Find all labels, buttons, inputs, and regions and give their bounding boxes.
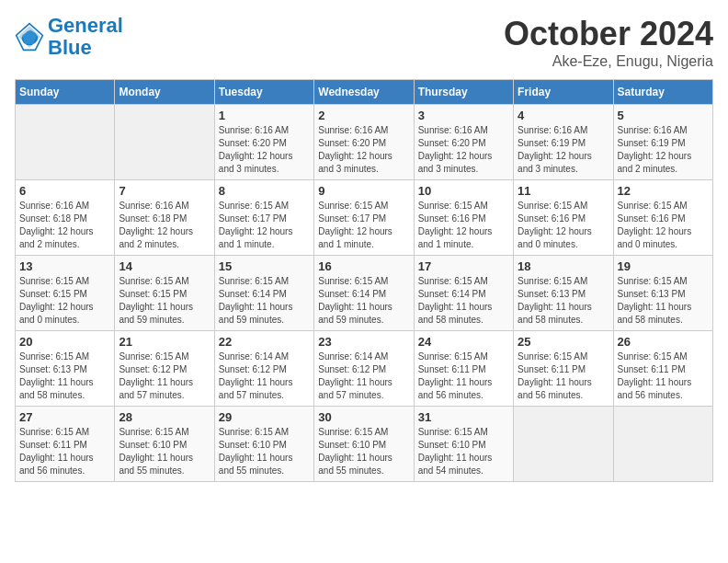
location: Ake-Eze, Enugu, Nigeria <box>504 53 713 70</box>
day-number: 20 <box>19 335 110 349</box>
day-number: 13 <box>19 259 110 273</box>
calendar-cell <box>514 407 613 482</box>
calendar-cell <box>16 105 115 180</box>
page-header: General Blue October 2024 Ake-Eze, Enugu… <box>15 15 713 70</box>
day-info: Sunrise: 6:15 AM Sunset: 6:13 PM Dayligh… <box>19 350 110 402</box>
logo-icon <box>15 22 44 52</box>
calendar-cell: 8Sunrise: 6:15 AM Sunset: 6:17 PM Daylig… <box>214 180 313 256</box>
logo-line2: Blue <box>48 36 92 59</box>
day-info: Sunrise: 6:15 AM Sunset: 6:14 PM Dayligh… <box>219 275 310 327</box>
weekday-header-friday: Friday <box>514 80 613 105</box>
day-info: Sunrise: 6:15 AM Sunset: 6:17 PM Dayligh… <box>219 200 310 251</box>
day-info: Sunrise: 6:15 AM Sunset: 6:10 PM Dayligh… <box>418 426 509 477</box>
day-info: Sunrise: 6:15 AM Sunset: 6:10 PM Dayligh… <box>219 426 310 477</box>
day-number: 22 <box>219 335 310 349</box>
day-info: Sunrise: 6:15 AM Sunset: 6:13 PM Dayligh… <box>518 275 609 327</box>
day-number: 10 <box>418 184 509 198</box>
day-number: 26 <box>618 335 709 349</box>
weekday-header-wednesday: Wednesday <box>314 80 414 105</box>
day-number: 24 <box>418 335 509 349</box>
day-info: Sunrise: 6:15 AM Sunset: 6:14 PM Dayligh… <box>418 275 509 327</box>
calendar-week-row: 27Sunrise: 6:15 AM Sunset: 6:11 PM Dayli… <box>16 407 713 482</box>
calendar-cell: 28Sunrise: 6:15 AM Sunset: 6:10 PM Dayli… <box>115 407 214 482</box>
calendar-cell: 24Sunrise: 6:15 AM Sunset: 6:11 PM Dayli… <box>414 331 513 407</box>
month-title: October 2024 <box>504 15 713 53</box>
day-info: Sunrise: 6:16 AM Sunset: 6:19 PM Dayligh… <box>518 124 609 176</box>
calendar-cell: 11Sunrise: 6:15 AM Sunset: 6:16 PM Dayli… <box>514 180 613 256</box>
calendar-cell: 30Sunrise: 6:15 AM Sunset: 6:10 PM Dayli… <box>314 407 414 482</box>
weekday-header-sunday: Sunday <box>16 80 115 105</box>
calendar-cell: 25Sunrise: 6:15 AM Sunset: 6:11 PM Dayli… <box>514 331 613 407</box>
day-number: 15 <box>219 259 310 273</box>
day-number: 8 <box>219 184 310 198</box>
calendar-cell: 5Sunrise: 6:16 AM Sunset: 6:19 PM Daylig… <box>613 105 712 180</box>
calendar-cell: 1Sunrise: 6:16 AM Sunset: 6:20 PM Daylig… <box>214 105 313 180</box>
day-info: Sunrise: 6:15 AM Sunset: 6:11 PM Dayligh… <box>618 350 709 402</box>
day-number: 1 <box>219 109 310 122</box>
day-info: Sunrise: 6:16 AM Sunset: 6:20 PM Dayligh… <box>418 124 509 176</box>
logo-line1: General <box>48 14 123 37</box>
weekday-header-tuesday: Tuesday <box>214 80 313 105</box>
day-number: 19 <box>618 259 709 273</box>
calendar-week-row: 20Sunrise: 6:15 AM Sunset: 6:13 PM Dayli… <box>16 331 713 407</box>
day-info: Sunrise: 6:15 AM Sunset: 6:11 PM Dayligh… <box>518 350 609 402</box>
calendar-week-row: 1Sunrise: 6:16 AM Sunset: 6:20 PM Daylig… <box>16 105 713 180</box>
calendar-cell: 2Sunrise: 6:16 AM Sunset: 6:20 PM Daylig… <box>314 105 414 180</box>
day-number: 21 <box>119 335 210 349</box>
day-info: Sunrise: 6:15 AM Sunset: 6:11 PM Dayligh… <box>418 350 509 402</box>
day-number: 14 <box>119 259 210 273</box>
calendar-week-row: 13Sunrise: 6:15 AM Sunset: 6:15 PM Dayli… <box>16 256 713 331</box>
calendar-cell: 19Sunrise: 6:15 AM Sunset: 6:13 PM Dayli… <box>613 256 712 331</box>
calendar-cell: 18Sunrise: 6:15 AM Sunset: 6:13 PM Dayli… <box>514 256 613 331</box>
calendar-cell: 31Sunrise: 6:15 AM Sunset: 6:10 PM Dayli… <box>414 407 513 482</box>
day-number: 16 <box>318 259 409 273</box>
day-number: 27 <box>19 410 110 424</box>
calendar-week-row: 6Sunrise: 6:16 AM Sunset: 6:18 PM Daylig… <box>16 180 713 256</box>
calendar-cell: 7Sunrise: 6:16 AM Sunset: 6:18 PM Daylig… <box>115 180 214 256</box>
calendar-cell: 10Sunrise: 6:15 AM Sunset: 6:16 PM Dayli… <box>414 180 513 256</box>
day-info: Sunrise: 6:15 AM Sunset: 6:16 PM Dayligh… <box>618 200 709 251</box>
day-number: 29 <box>219 410 310 424</box>
calendar-cell: 4Sunrise: 6:16 AM Sunset: 6:19 PM Daylig… <box>514 105 613 180</box>
calendar-cell: 9Sunrise: 6:15 AM Sunset: 6:17 PM Daylig… <box>314 180 414 256</box>
day-number: 3 <box>418 109 509 122</box>
calendar-cell: 13Sunrise: 6:15 AM Sunset: 6:15 PM Dayli… <box>16 256 115 331</box>
day-number: 23 <box>318 335 409 349</box>
calendar-cell: 29Sunrise: 6:15 AM Sunset: 6:10 PM Dayli… <box>214 407 313 482</box>
calendar-cell: 14Sunrise: 6:15 AM Sunset: 6:15 PM Dayli… <box>115 256 214 331</box>
calendar-cell: 17Sunrise: 6:15 AM Sunset: 6:14 PM Dayli… <box>414 256 513 331</box>
day-number: 2 <box>318 109 409 122</box>
logo: General Blue <box>15 15 123 59</box>
weekday-header-monday: Monday <box>115 80 214 105</box>
day-info: Sunrise: 6:16 AM Sunset: 6:19 PM Dayligh… <box>618 124 709 176</box>
weekday-header-saturday: Saturday <box>613 80 712 105</box>
day-number: 4 <box>518 109 609 122</box>
calendar-cell: 26Sunrise: 6:15 AM Sunset: 6:11 PM Dayli… <box>613 331 712 407</box>
day-info: Sunrise: 6:15 AM Sunset: 6:16 PM Dayligh… <box>418 200 509 251</box>
calendar-cell: 23Sunrise: 6:14 AM Sunset: 6:12 PM Dayli… <box>314 331 414 407</box>
day-info: Sunrise: 6:15 AM Sunset: 6:11 PM Dayligh… <box>19 426 110 477</box>
day-info: Sunrise: 6:15 AM Sunset: 6:12 PM Dayligh… <box>119 350 210 402</box>
day-info: Sunrise: 6:16 AM Sunset: 6:20 PM Dayligh… <box>219 124 310 176</box>
day-info: Sunrise: 6:16 AM Sunset: 6:18 PM Dayligh… <box>19 200 110 251</box>
calendar-cell: 21Sunrise: 6:15 AM Sunset: 6:12 PM Dayli… <box>115 331 214 407</box>
day-info: Sunrise: 6:15 AM Sunset: 6:16 PM Dayligh… <box>518 200 609 251</box>
calendar-cell: 22Sunrise: 6:14 AM Sunset: 6:12 PM Dayli… <box>214 331 313 407</box>
day-info: Sunrise: 6:15 AM Sunset: 6:10 PM Dayligh… <box>119 426 210 477</box>
calendar-cell <box>613 407 712 482</box>
day-number: 18 <box>518 259 609 273</box>
day-info: Sunrise: 6:15 AM Sunset: 6:13 PM Dayligh… <box>618 275 709 327</box>
day-info: Sunrise: 6:16 AM Sunset: 6:20 PM Dayligh… <box>318 124 409 176</box>
calendar-table: SundayMondayTuesdayWednesdayThursdayFrid… <box>15 79 713 482</box>
day-info: Sunrise: 6:15 AM Sunset: 6:14 PM Dayligh… <box>318 275 409 327</box>
weekday-header-thursday: Thursday <box>414 80 513 105</box>
calendar-cell <box>115 105 214 180</box>
title-block: October 2024 Ake-Eze, Enugu, Nigeria <box>504 15 713 70</box>
calendar-cell: 3Sunrise: 6:16 AM Sunset: 6:20 PM Daylig… <box>414 105 513 180</box>
day-number: 12 <box>618 184 709 198</box>
day-info: Sunrise: 6:15 AM Sunset: 6:15 PM Dayligh… <box>19 275 110 327</box>
day-number: 28 <box>119 410 210 424</box>
calendar-cell: 15Sunrise: 6:15 AM Sunset: 6:14 PM Dayli… <box>214 256 313 331</box>
day-number: 30 <box>318 410 409 424</box>
day-info: Sunrise: 6:14 AM Sunset: 6:12 PM Dayligh… <box>219 350 310 402</box>
